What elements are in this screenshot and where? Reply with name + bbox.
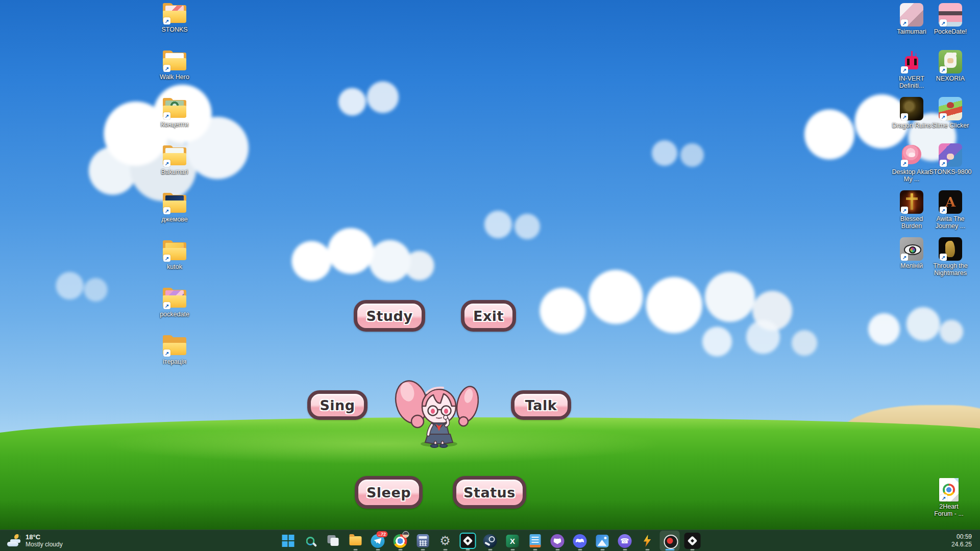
desktop-icon-taimumari[interactable]: ↗Taimumari [890,3,934,35]
taskbar-task-view-icon[interactable] [323,531,343,551]
taskbar: 18°C Mostly cloudy ..72⚙ 00:59 24.6.25 [0,530,980,551]
desktop-icon-walk hero[interactable]: ↗Walk Hero [152,51,198,81]
running-indicator [443,549,447,550]
grass-highlight [102,423,664,464]
icon-label: Slime Clicker [932,122,969,129]
desktop-icon-slimeclicker[interactable]: ↗Slime Clicker [928,97,972,129]
desktop-icon-kutok[interactable]: ↗kutok [152,240,198,270]
desktop-icon-pockedate-game[interactable]: ↗PockeDate! [928,3,972,35]
button-label: Sing [320,397,355,413]
taskbar-winamp-icon[interactable] [638,531,657,551]
clock-time: 00:59 [957,533,972,541]
desktop-icon-концепти[interactable]: ↗Концепти [152,98,198,128]
taskbar-weather-widget[interactable]: 18°C Mostly cloudy [3,530,67,551]
taskbar-screen-recorder-icon[interactable] [660,531,680,551]
app-tile-icon: ↗ [900,190,923,214]
icon-label: Through the Nightmares [928,262,972,277]
search-glyph [306,537,315,545]
shortcut-arrow-icon: ↗ [901,66,908,73]
shortcut-arrow-icon: ↗ [940,207,947,214]
taskbar-calculator-icon[interactable] [413,531,433,551]
desktop-icon-nightmares[interactable]: ↗Through the Nightmares [928,237,972,277]
running-indicator [398,549,402,550]
start-glyph [282,535,294,547]
study-button[interactable]: Study [354,300,425,332]
icon-label: Blessed Burden [890,215,934,230]
icon-label: IN-VERT Definiti... [890,75,934,89]
button-label: Sleep [366,485,411,500]
exit-button[interactable]: Exit [461,300,516,332]
desktop-icon-stonks9800[interactable]: ↗STONKS-9800 [928,143,972,176]
shortcut-arrow-icon: ↗ [163,302,170,309]
taskbar-excel-icon[interactable] [503,531,523,551]
pet-character[interactable] [392,357,479,448]
folder-icon: ↗ [162,240,187,262]
shortcut-arrow-icon: ↗ [163,112,170,119]
task-view-glyph [330,538,338,546]
excel-glyph [506,535,519,547]
taskbar-github-icon[interactable] [548,531,568,551]
icon-label: Концепти [161,121,189,128]
icon-label: Desktop Akari My ... [890,168,934,183]
notepad-glyph [529,534,541,547]
running-indicator [510,549,514,550]
taskbar-photos-icon[interactable] [593,531,612,551]
icon-label: kutok [167,263,182,270]
cloud [847,301,970,352]
running-indicator [465,549,470,550]
desktop-icon-akari[interactable]: ↗Desktop Akari My ... [890,143,934,183]
taskbar-chrome-icon[interactable] [390,531,410,551]
talk-button[interactable]: Talk [511,390,571,420]
notification-badge: ..72 [376,531,387,537]
github-glyph [551,534,565,548]
weather-condition: Mostly cloudy [26,541,63,548]
cloud [31,265,117,306]
shortcut-arrow-icon: ↗ [163,255,170,262]
screen-recorder-glyph [663,534,676,547]
shortcut-arrow-icon: ↗ [901,19,908,27]
taskbar-viber-icon[interactable] [615,531,635,551]
status-button[interactable]: Status [453,476,526,509]
running-indicator [665,549,674,550]
app-tile-icon: ↗ [939,3,962,27]
icon-label: 2Heart Forum - ... [930,503,967,517]
desktop-icon-invert[interactable]: ↗IN-VERT Definiti... [890,50,934,89]
taskbar-search-icon[interactable] [301,531,321,551]
taskbar-notepad-icon[interactable] [525,531,545,551]
taskbar-steam-icon[interactable] [480,531,500,551]
taskbar-start-icon[interactable] [278,531,298,551]
gamemaker-2-glyph [684,533,700,549]
sleep-button[interactable]: Sleep [355,476,423,509]
desktop-icon-meliniy[interactable]: ↗Меліній [890,237,934,269]
desktop-icon-blessed[interactable]: ↗Blessed Burden [890,190,934,230]
icon-label: STONKS [161,26,187,33]
taskbar-gamemaker-icon[interactable] [458,531,478,551]
shortcut-arrow-icon: ↗ [163,65,170,72]
desktop-icon-dragonruins[interactable]: ↗Dragon Ruins [890,97,934,129]
taskbar-telegram-icon[interactable]: ..72 [368,531,388,551]
desktop-icon-bakumari[interactable]: ↗Bakumari [152,145,198,176]
sing-button[interactable]: Sing [307,390,368,420]
desktop-icon-ітерація[interactable]: ↗ітерація [152,335,198,365]
taskbar-file-explorer-icon[interactable] [346,531,365,551]
running-indicator [555,549,559,550]
desktop-icon-awita[interactable]: ↗Awita The Journey ... [928,190,972,230]
desktop-icon-stonks[interactable]: ↗STONKS [152,3,198,33]
taskbar-discord-icon[interactable] [570,531,590,551]
shortcut-arrow-icon: ↗ [940,19,947,27]
desktop-icon-pockedate[interactable]: ↗pockedate [152,288,198,318]
desktop-icon-nexoria[interactable]: ↗NEXORIA [928,50,972,82]
taskbar-gamemaker-2-icon[interactable] [682,531,702,551]
chrome-html-file-icon: ↗ [939,478,959,502]
folder-icon: ↗ [162,145,187,167]
desktop-icon-2heart-forum[interactable]: ↗2Heart Forum - ... [927,478,971,517]
desktop-icon-джемове[interactable]: ↗джемове [152,193,198,223]
button-label: Study [366,308,412,324]
taskbar-clock[interactable]: 00:59 24.6.25 [945,530,978,551]
shortcut-arrow-icon: ↗ [163,349,170,357]
folder-icon: ↗ [162,335,187,357]
icon-label: Dragon Ruins [892,122,931,129]
running-indicator [645,549,649,550]
button-label: Status [463,485,516,500]
taskbar-settings-icon[interactable]: ⚙ [435,531,455,551]
